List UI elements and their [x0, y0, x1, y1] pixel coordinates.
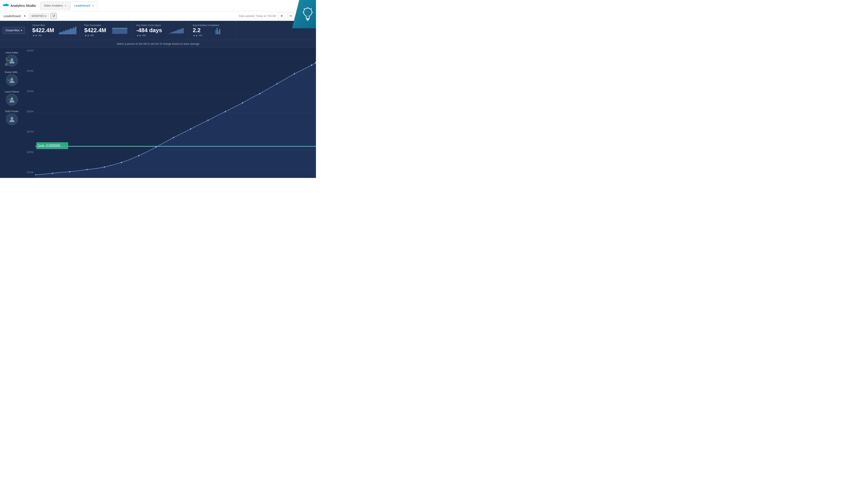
main-line-chart: Quota - $ 190000000 — [35, 48, 316, 178]
svg-point-44 — [173, 137, 174, 138]
stat-avg-activities-label: Avg Activities Completed — [193, 24, 231, 27]
tab-leaderboard[interactable]: Leaderboard × — [70, 2, 97, 9]
salesforce-logo — [3, 3, 9, 9]
tab-leaderboard-close[interactable]: × — [92, 4, 94, 7]
edit-icon: ✏ — [289, 14, 292, 18]
svg-point-38 — [69, 171, 70, 172]
sun-icon: ☀ — [280, 14, 283, 18]
stats-bar: Closed Won ▾ Closed Won $422.4M ◄ ► 0% — [0, 21, 316, 40]
dashboard-body: Irene Kelley Evelyn Willi... — [0, 48, 316, 178]
person-irene-kelley-name: Irene Kelley — [6, 51, 18, 54]
filter-dropdown-button[interactable]: Closed Won ▾ — [3, 27, 25, 34]
cycle-mini-chart — [167, 26, 185, 34]
person-kelly-frazier-avatar — [6, 113, 18, 125]
pct-pipe: 0% — [91, 34, 94, 37]
svg-rect-10 — [112, 28, 127, 34]
svg-marker-12 — [168, 28, 184, 33]
refresh-icon: ↺ — [52, 14, 55, 18]
svg-point-39 — [86, 169, 88, 170]
arrows-activities: ◄ ► — [193, 34, 198, 37]
main-wrapper: Closed Won ▾ Closed Won $422.4M ◄ ► 0% — [0, 21, 316, 178]
tab-sales-analytics-close[interactable]: × — [65, 4, 66, 7]
arrows-closed-won: ◄ ► — [32, 34, 37, 37]
svg-point-46 — [208, 119, 209, 121]
modified-button[interactable]: MODIFIED ▾ — [29, 13, 49, 19]
person-kelly-frazier-name: Kelly Frazier — [5, 110, 19, 113]
person-evelyn-williams-progress — [6, 74, 12, 81]
person-irene-kelley-progress — [6, 55, 12, 61]
chart-area: $450M $400M $350M $300M $250M $200M $150… — [24, 48, 316, 178]
person-laura-palmer[interactable]: Laura Palmer — [0, 89, 24, 107]
person-evelyn-williams-avatar — [6, 74, 18, 86]
svg-point-42 — [138, 155, 139, 156]
svg-point-49 — [259, 93, 260, 94]
refresh-button[interactable]: ↺ — [51, 13, 57, 19]
y-axis: $450M $400M $350M $300M $250M $200M $150… — [24, 48, 35, 178]
arrows-pipe: ◄ ► — [84, 34, 90, 37]
svg-point-45 — [190, 128, 191, 130]
person-evelyn-williams[interactable]: Evelyn Willi... — [0, 69, 24, 87]
person-laura-palmer-avatar — [6, 94, 18, 106]
y-label-400: $400M — [24, 70, 35, 72]
sun-button[interactable]: ☀ — [278, 12, 285, 20]
dashboard-area: Closed Won ▾ Closed Won $422.4M ◄ ► 0% — [0, 21, 316, 178]
tab-sales-analytics[interactable]: Sales Analytics × — [40, 2, 70, 9]
svg-rect-11 — [112, 28, 127, 29]
select-hint: Select a person on the left to see the %… — [0, 40, 316, 48]
stat-activities-chart — [215, 27, 232, 34]
data-updated-text: Data updated: Today at 7:56 AM — [239, 15, 276, 18]
stat-cycle-chart — [167, 26, 185, 35]
svg-text:Quota - $ 190000000: Quota - $ 190000000 — [38, 144, 60, 147]
pct-closed-won: 0% — [38, 34, 42, 37]
filter-area: Closed Won ▾ — [0, 21, 28, 40]
svg-line-7 — [311, 8, 312, 9]
logo-area: Analytics Studio — [3, 3, 36, 9]
breadcrumb-dropdown-icon: ▾ — [24, 15, 26, 18]
stat-closed-won: Closed Won $422.4M ◄ ► 0% — [28, 21, 80, 40]
modified-label: MODIFIED — [31, 15, 44, 18]
svg-marker-35 — [35, 63, 316, 178]
svg-point-52 — [311, 64, 312, 66]
y-label-350: $350M — [24, 90, 35, 92]
y-label-300: $300M — [24, 110, 35, 113]
arrows-cycle: ◄ ► — [136, 34, 142, 37]
breadcrumb-label: Leaderboard — [3, 15, 21, 18]
toolbar: Leaderboard ▾ MODIFIED ▾ ↺ Data updated:… — [0, 11, 316, 21]
pipe-mini-chart — [111, 26, 128, 34]
stat-closed-won-label: Closed Won — [32, 24, 75, 27]
stat-avg-sales-cycle: Avg Sales Cycle (days) -484 days ◄ ► 0% — [132, 21, 188, 40]
y-label-150: $150M — [24, 171, 35, 174]
tab-leaderboard-label: Leaderboard — [74, 4, 90, 7]
stat-avg-activities: Avg Activities Completed 2.2 ◄ ► 0% — [188, 21, 236, 40]
svg-point-40 — [104, 166, 105, 168]
y-label-450: $450M — [24, 50, 35, 52]
person-irene-kelley[interactable]: Irene Kelley — [0, 50, 24, 68]
breadcrumb-dropdown[interactable]: ▾ — [22, 13, 27, 19]
y-label-200: $200M — [24, 151, 35, 153]
svg-point-41 — [121, 162, 122, 163]
hint-text: Select a person on the left to see the %… — [117, 42, 199, 46]
svg-line-6 — [304, 8, 305, 9]
stat-closed-won-chart — [59, 27, 76, 34]
people-sidebar: Irene Kelley Evelyn Willi... — [0, 48, 24, 178]
svg-point-47 — [225, 111, 226, 112]
stat-pipe-chart — [111, 26, 128, 35]
svg-point-37 — [52, 172, 53, 174]
tab-sales-analytics-label: Sales Analytics — [44, 4, 63, 7]
person-laura-palmer-name: Laura Palmer — [5, 90, 19, 93]
stat-pipe-generated: Pipe Generated $422.4M ◄ ► 0% — [80, 21, 132, 40]
svg-point-48 — [242, 102, 243, 104]
lightbulb-icon — [302, 7, 314, 21]
stat-avg-activities-change: ◄ ► 0% — [193, 34, 231, 37]
filter-dropdown-icon: ▾ — [21, 29, 22, 32]
edit-button[interactable]: ✏ — [287, 12, 294, 20]
app-title: Analytics Studio — [10, 4, 36, 7]
person-kelly-frazier[interactable]: Kelly Frazier — [0, 109, 24, 126]
stat-closed-won-change: ◄ ► 0% — [32, 34, 75, 37]
filter-label: Closed Won — [5, 29, 20, 32]
modified-dropdown-icon: ▾ — [45, 15, 46, 18]
pct-activities: 0% — [199, 34, 203, 37]
person-kelly-frazier-progress — [6, 113, 12, 120]
svg-point-50 — [276, 83, 278, 85]
svg-point-43 — [156, 146, 157, 148]
